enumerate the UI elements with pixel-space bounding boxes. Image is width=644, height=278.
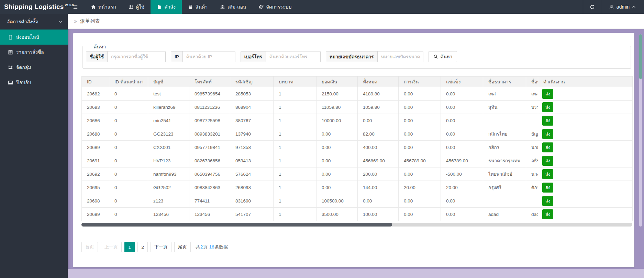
cell-phone: 0893833201 [189, 127, 230, 141]
cell-id: 20688 [82, 127, 109, 141]
cell-account_name [526, 114, 538, 127]
send-button[interactable]: ส่ง [542, 169, 553, 179]
column-header-6: ยอดเงิน [317, 77, 358, 87]
search-label-bankcard: หมายเลขบัตรธนาคาร [326, 51, 378, 62]
top-navbar: Shipping Logistics V1.5.9 หน้าแรกผู้ใช้ค… [0, 0, 644, 14]
nav-item-products[interactable]: สินค้า [182, 0, 214, 14]
cell-phone: 774411 [189, 194, 230, 208]
column-header-8: การเงิน [399, 77, 441, 87]
main-background: ค้นหา ชื่อผู้ใช้IPเบอร์โทรหมายเลขบัตรธนา… [68, 29, 644, 278]
send-button[interactable]: ส่ง [542, 116, 553, 126]
ip-input[interactable] [183, 51, 235, 62]
app-brand: Shipping Logistics V1.5.9 [0, 0, 66, 14]
send-button[interactable]: ส่ง [542, 183, 553, 193]
cell-bank_name: ธนาคารกรุงเทพ [483, 154, 526, 167]
sidebar-item-label: ส่งออนไลน์ [16, 33, 39, 41]
nav-item-home[interactable]: หน้าแรก [85, 0, 122, 14]
chevron-down-icon [58, 20, 62, 24]
nav-item-deposit-withdraw[interactable]: เติม-ถอน [214, 0, 252, 14]
vertical-scrollbar-thumb[interactable] [639, 34, 642, 79]
page-button-next[interactable]: 下一页 [151, 242, 171, 252]
cell-id: 20689 [82, 141, 109, 154]
cell-actions: ส่ง [538, 141, 633, 154]
cell-bank_name: สุทิน [483, 101, 526, 114]
cell-phone: 0650394756 [189, 167, 230, 181]
sidebar-item-grouping[interactable]: จัดกลุ่ม [0, 60, 68, 75]
cell-total: 1059.80 [358, 101, 399, 114]
cell-balance: 100500.00 [317, 194, 358, 208]
phone-input[interactable] [266, 51, 320, 62]
cell-finance: 0.00 [399, 208, 441, 221]
cell-bank_name: กสิกรไทย [483, 127, 526, 141]
nav-item-users[interactable]: ผู้ใช้ [122, 0, 151, 14]
horizontal-scrollbar[interactable] [81, 223, 632, 227]
cell-invite_code: 380767 [230, 114, 274, 127]
cell-account_name: อธิรัฐ [526, 154, 538, 167]
cell-ref_id: 0 [109, 154, 148, 167]
cell-total: 144.00 [358, 181, 399, 194]
sidebar-item-send-online[interactable]: ส่งออนไลน์ [0, 30, 68, 45]
sidebar-item-label: รายการสั่งซื้อ [16, 48, 44, 56]
cell-bank_name: adad [483, 208, 526, 221]
pagination-summary-text: 共 [196, 244, 200, 250]
cell-actions: ส่ง [538, 194, 633, 208]
refresh-icon [590, 4, 595, 10]
vertical-scrollbar[interactable] [639, 34, 642, 227]
sidebar: จัดการคำสั่งซื้อ ส่งออนไลน์รายการสั่งซื้… [0, 14, 68, 278]
search-button[interactable]: ค้นหา [429, 51, 457, 62]
send-button[interactable]: ส่ง [542, 89, 553, 99]
user-menu[interactable]: admin [602, 0, 644, 14]
nav-item-label: เติม-ถอน [227, 3, 246, 11]
bankcard-input[interactable] [378, 51, 423, 62]
nav-item-label: ผู้ใช้ [136, 3, 145, 11]
page-button-page-1[interactable]: 1 [124, 242, 135, 252]
cell-frozen: 0.00 [441, 127, 483, 141]
cell-frozen: 20.00 [441, 181, 483, 194]
sidebar-item-popup[interactable]: ป๊อปอัป [0, 75, 68, 90]
cell-finance: 0.00 [399, 114, 441, 127]
cell-id: 20683 [82, 101, 109, 114]
nav-item-system[interactable]: จัดการระบบ [252, 0, 298, 14]
send-button[interactable]: ส่ง [542, 102, 553, 112]
send-button[interactable]: ส่ง [542, 129, 553, 139]
cell-id: 20692 [82, 167, 109, 181]
sidebar-item-label: จัดกลุ่ม [16, 63, 31, 71]
send-button[interactable]: ส่ง [542, 156, 553, 166]
username-input[interactable] [108, 51, 165, 62]
cell-account: min2541 [148, 114, 189, 127]
users-icon [129, 4, 134, 10]
bag-icon [188, 4, 193, 10]
cell-invite_code: 541707 [230, 208, 274, 221]
app-title: Shipping Logistics [4, 3, 64, 11]
refresh-button[interactable] [583, 0, 602, 14]
horizontal-scrollbar-thumb[interactable] [81, 223, 392, 227]
send-button[interactable]: ส่ง [542, 196, 553, 206]
cell-actions: ส่ง [538, 87, 633, 101]
sidebar-toggle-button[interactable] [66, 0, 85, 14]
page-button-last[interactable]: 尾页 [174, 242, 191, 252]
cell-phone: 0983842863 [189, 181, 230, 194]
cell-id: 20686 [82, 114, 109, 127]
cell-account_name: นางส [526, 167, 538, 181]
cell-bank_name: ไทยพาณิชย์ [483, 167, 526, 181]
cell-account: HVP123 [148, 154, 189, 167]
page-button-page-2[interactable]: 2 [137, 242, 148, 252]
cell-id: 20682 [82, 87, 109, 101]
send-button[interactable]: ส่ง [542, 142, 553, 152]
sidebar-group-order-management[interactable]: จัดการคำสั่งซื้อ [0, 14, 68, 30]
sidebar-item-order-list[interactable]: รายการสั่งซื้อ [0, 45, 68, 60]
cell-bank_name [483, 194, 526, 208]
cell-actions: ส่ง [538, 114, 633, 127]
cell-actions: ส่ง [538, 101, 633, 114]
nav-item-orders[interactable]: คำสั่ง [151, 0, 182, 14]
cell-actions: ส่ง [538, 181, 633, 194]
table-header-row: IDID ที่แนะนำมาบัญชีโทรศัพท์รหัสเชิญบทบา… [82, 77, 633, 87]
cell-account_name: เทส [526, 87, 538, 101]
cell-balance: 0.00 [317, 127, 358, 141]
search-label-ip: IP [171, 51, 183, 62]
send-button[interactable]: ส่ง [542, 209, 553, 219]
cell-total: 200.00 [358, 167, 399, 181]
cell-finance: 0.00 [399, 141, 441, 154]
cell-balance: 10000.00 [317, 114, 358, 127]
cell-ref_id: 0 [109, 101, 148, 114]
